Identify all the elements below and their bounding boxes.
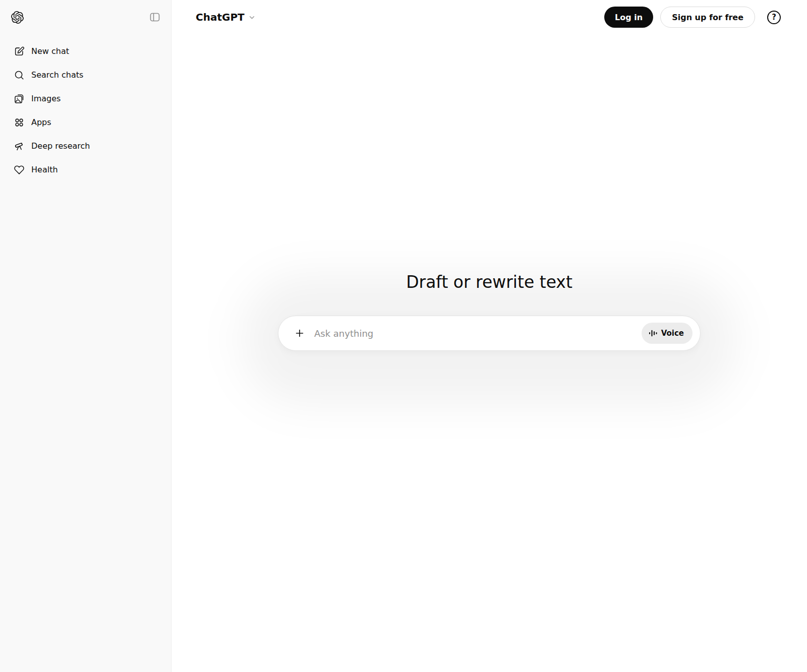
sidebar-item-label: Images [31, 94, 61, 103]
sidebar-item-deep-research[interactable]: Deep research [0, 134, 171, 158]
signup-button[interactable]: Sign up for free [660, 7, 755, 28]
message-input[interactable] [314, 328, 642, 339]
sidebar-item-new-chat[interactable]: New chat [0, 39, 171, 63]
sidebar-item-label: Deep research [31, 141, 90, 151]
question-mark-icon: ? [772, 14, 776, 21]
page-title: Draft or rewrite text [406, 272, 572, 292]
composer[interactable]: Voice [278, 316, 701, 351]
sidebar-item-apps[interactable]: Apps [0, 110, 171, 134]
header-actions: Log in Sign up for free ? [604, 7, 781, 28]
search-icon [14, 70, 25, 81]
sidebar-item-search-chats[interactable]: Search chats [0, 63, 171, 87]
sidebar-item-label: Apps [31, 117, 51, 127]
center-stage: Draft or rewrite text Voice [171, 272, 807, 351]
openai-logo-icon [11, 11, 24, 24]
model-selector[interactable]: ChatGPT [193, 9, 259, 25]
composer-wrap: Voice [278, 316, 701, 351]
images-icon [14, 93, 25, 104]
sidebar-item-label: Search chats [31, 70, 83, 80]
deep-research-icon [14, 141, 25, 152]
sidebar-item-health[interactable]: Health [0, 158, 171, 181]
plus-icon [294, 328, 305, 339]
sidebar-nav: New chat Search chats Images Apps Deep r… [0, 39, 171, 181]
sidebar-item-label: Health [31, 165, 58, 174]
attach-button[interactable] [291, 324, 309, 342]
sidebar-toggle-icon [149, 11, 161, 23]
waveform-icon [649, 329, 658, 338]
voice-button-label: Voice [661, 329, 684, 338]
sidebar: New chat Search chats Images Apps Deep r… [0, 0, 171, 672]
new-chat-icon [14, 46, 25, 57]
health-icon [14, 164, 25, 175]
apps-icon [14, 117, 25, 128]
sidebar-header [0, 10, 171, 24]
openai-logo[interactable] [11, 11, 24, 24]
sidebar-item-images[interactable]: Images [0, 87, 171, 110]
sidebar-toggle-button[interactable] [149, 11, 161, 23]
chevron-down-icon [248, 13, 256, 22]
main-header: ChatGPT Log in Sign up for free ? [171, 0, 807, 34]
login-button[interactable]: Log in [604, 7, 653, 28]
main-area: ChatGPT Log in Sign up for free ? Draft … [171, 0, 807, 672]
sidebar-item-label: New chat [31, 46, 69, 56]
help-button[interactable]: ? [767, 11, 781, 24]
voice-button[interactable]: Voice [642, 323, 693, 344]
model-selector-label: ChatGPT [196, 11, 245, 23]
